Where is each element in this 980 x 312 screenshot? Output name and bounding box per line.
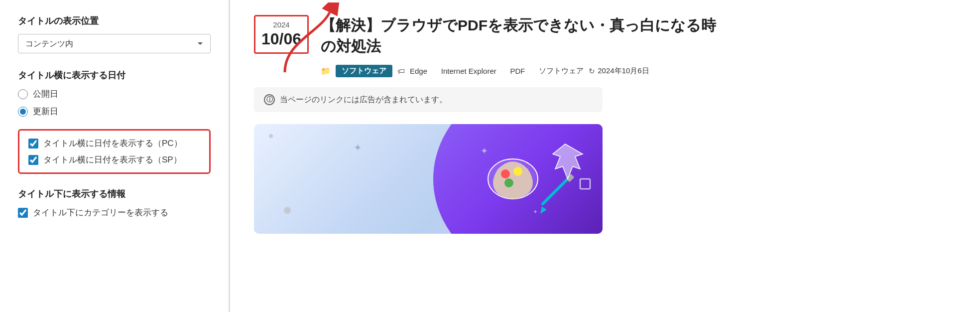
tag-software: ソフトウェア xyxy=(539,66,584,76)
article-title: 【解決】ブラウザでPDFを表示できない・真っ白になる時 の対処法 xyxy=(321,15,956,57)
tag-icon: 🏷 xyxy=(397,67,405,75)
article-header: 2024 10/06 【解決】ブラウザでPDFを表示できない・真っ白になる時 の… xyxy=(254,15,956,57)
radio-publish-label[interactable]: 公開日 xyxy=(18,88,211,100)
checkbox-sp[interactable] xyxy=(28,155,38,165)
checkbox-highlighted-section: タイトル横に日付を表示する（PC） タイトル横に日付を表示する（SP） xyxy=(18,129,211,174)
title-position-select[interactable]: コンテンツ内コンテンツ外なし xyxy=(18,34,211,53)
checkbox-pc-label[interactable]: タイトル横に日付を表示する（PC） xyxy=(28,138,200,149)
svg-point-3 xyxy=(513,167,522,176)
checkbox-category[interactable] xyxy=(18,208,28,218)
radio-update[interactable] xyxy=(18,107,28,117)
category-badge[interactable]: ソフトウェア xyxy=(336,65,392,77)
date-radio-group: 公開日 更新日 xyxy=(18,88,211,117)
svg-point-4 xyxy=(504,178,513,187)
date-day: 10/06 xyxy=(260,29,302,48)
settings-panel: タイトルの表示位置 コンテンツ内コンテンツ外なし タイトル横に表示する日付 公開… xyxy=(0,0,229,312)
graphic-icons: ✦ ✦ xyxy=(433,129,593,229)
radio-publish[interactable] xyxy=(18,89,28,99)
tag-pdf: PDF xyxy=(510,67,525,75)
article-meta-row: 📁 ソフトウェア 🏷 Edge Internet Explorer PDF ソフ… xyxy=(321,65,956,77)
article-preview-panel: 2024 10/06 【解決】ブラウザでPDFを表示できない・真っ白になる時 の… xyxy=(230,0,980,312)
svg-marker-8 xyxy=(553,144,583,179)
article-graphic: ✦ ✦ ✦ xyxy=(254,124,603,234)
ad-info-box: ⓘ 当ページのリンクには広告が含まれています。 xyxy=(254,87,603,112)
sparkle-icon: ✦ xyxy=(354,142,362,154)
graphic-dot-small xyxy=(269,134,273,138)
radio-update-label[interactable]: 更新日 xyxy=(18,106,211,117)
checkbox-sp-label[interactable]: タイトル横に日付を表示する（SP） xyxy=(28,154,200,165)
radio-update-text: 更新日 xyxy=(33,106,58,117)
title-position-dropdown-wrapper: コンテンツ内コンテンツ外なし xyxy=(18,34,211,53)
svg-text:✦: ✦ xyxy=(481,146,488,156)
updated-date: ↻ 2024年10月6日 xyxy=(589,66,649,76)
folder-icon: 📁 xyxy=(321,66,331,76)
date-badge: 2024 10/06 xyxy=(254,15,309,54)
radio-publish-text: 公開日 xyxy=(33,88,58,100)
svg-text:✦: ✦ xyxy=(533,208,538,215)
refresh-icon: ↻ xyxy=(589,67,595,76)
tag-edge: Edge xyxy=(410,67,427,75)
checkbox-pc-text: タイトル横に日付を表示する（PC） xyxy=(43,138,182,149)
ad-info-text: 当ページのリンクには広告が含まれています。 xyxy=(280,95,447,105)
checkbox-pc[interactable] xyxy=(28,139,38,149)
info-icon: ⓘ xyxy=(264,94,275,105)
svg-marker-6 xyxy=(540,206,547,214)
graphic-dot-large xyxy=(284,207,291,214)
checkbox-sp-text: タイトル横に日付を表示する（SP） xyxy=(43,154,182,165)
checkbox-category-label[interactable]: タイトル下にカテゴリーを表示する xyxy=(18,207,211,218)
svg-point-2 xyxy=(501,169,510,178)
svg-rect-9 xyxy=(580,179,590,189)
title-position-label: タイトルの表示位置 xyxy=(18,15,211,27)
svg-line-5 xyxy=(543,179,568,204)
date-year: 2024 xyxy=(260,20,302,29)
below-title-label: タイトル下に表示する情報 xyxy=(18,188,211,200)
checkbox-category-text: タイトル下にカテゴリーを表示する xyxy=(33,207,168,218)
tag-ie: Internet Explorer xyxy=(441,67,496,75)
date-display-label: タイトル横に表示する日付 xyxy=(18,69,211,81)
